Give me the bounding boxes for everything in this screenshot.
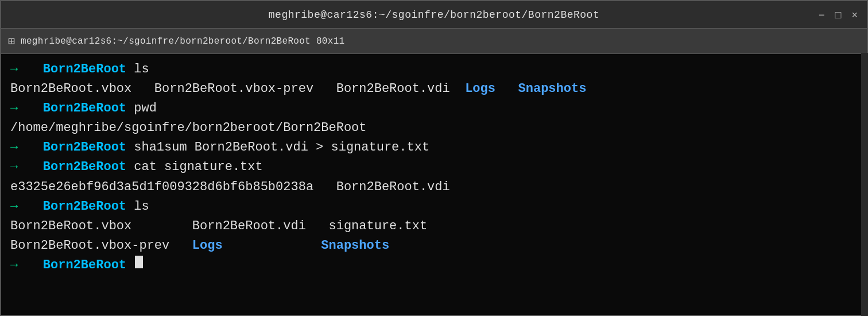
- prompt-arrow: →: [10, 138, 18, 157]
- output-text: Born2BeRoot.vbox Born2BeRoot.vdi signatu…: [10, 217, 427, 236]
- prompt-arrow: →: [10, 197, 18, 217]
- command-text: [126, 256, 134, 275]
- title-bar: meghribe@car12s6:~/sgoinfre/born2beroot/…: [1, 1, 867, 29]
- terminal-line: Born2BeRoot.vbox Born2BeRoot.vbox-prev B…: [10, 79, 858, 99]
- output-text: [495, 79, 518, 99]
- terminal-line: → Born2BeRoot: [10, 256, 858, 275]
- terminal-window: meghribe@car12s6:~/sgoinfre/born2beroot/…: [0, 0, 868, 316]
- snapshots-link: Snapshots: [321, 236, 389, 256]
- logs-link: Logs: [465, 79, 495, 99]
- output-text: Born2BeRoot.vbox Born2BeRoot.vbox-prev B…: [10, 79, 465, 99]
- prompt-spacer: [20, 157, 43, 177]
- prompt-spacer: [20, 138, 43, 157]
- output-text: e3325e26ebf96d3a5d1f009328d6bf6b85b0238a…: [10, 178, 450, 197]
- window-controls: − □ ×: [819, 10, 858, 20]
- terminal-line: → Born2BeRoot cat signature.txt: [10, 157, 858, 177]
- prompt-spacer: [20, 256, 43, 275]
- terminal-line: → Born2BeRoot pwd: [10, 99, 858, 118]
- prompt-arrow: →: [10, 60, 18, 79]
- window-title: meghribe@car12s6:~/sgoinfre/born2beroot/…: [269, 9, 599, 21]
- prompt-dir: Born2BeRoot: [43, 157, 126, 177]
- command-text: sha1sum Born2BeRoot.vdi > signature.txt: [126, 138, 429, 157]
- prompt-arrow: →: [10, 157, 18, 177]
- prompt-dir: Born2BeRoot: [43, 138, 126, 157]
- prompt-spacer: [20, 60, 43, 79]
- tab-title: meghribe@car12s6:~/sgoinfre/born2beroot/…: [21, 36, 344, 47]
- prompt-dir: Born2BeRoot: [43, 197, 126, 217]
- minimize-button[interactable]: −: [819, 10, 825, 20]
- close-button[interactable]: ×: [851, 10, 858, 20]
- prompt-dir: Born2BeRoot: [43, 99, 126, 118]
- terminal-body[interactable]: → Born2BeRoot ls Born2BeRoot.vbox Born2B…: [1, 54, 867, 315]
- prompt-arrow: →: [10, 256, 18, 275]
- maximize-button[interactable]: □: [835, 10, 842, 20]
- prompt-spacer: [20, 197, 43, 217]
- window-frame: meghribe@car12s6:~/sgoinfre/born2beroot/…: [0, 0, 868, 316]
- prompt-dir: Born2BeRoot: [43, 60, 126, 79]
- output-text: Born2BeRoot.vbox-prev: [10, 236, 192, 256]
- terminal-line: e3325e26ebf96d3a5d1f009328d6bf6b85b0238a…: [10, 178, 858, 197]
- logs-link: Logs: [192, 236, 223, 256]
- prompt-spacer: [20, 99, 43, 118]
- tab-bar: ⊞ meghribe@car12s6:~/sgoinfre/born2beroo…: [1, 29, 867, 54]
- terminal-line: Born2BeRoot.vbox-prev Logs Snapshots: [10, 236, 858, 256]
- terminal-tab-icon: ⊞: [8, 34, 15, 48]
- command-text: ls: [126, 197, 149, 217]
- command-text: cat signature.txt: [126, 157, 263, 177]
- scrollbar[interactable]: [861, 53, 868, 316]
- terminal-line: → Born2BeRoot sha1sum Born2BeRoot.vdi > …: [10, 138, 858, 157]
- snapshots-link: Snapshots: [518, 79, 587, 99]
- command-text: pwd: [126, 99, 157, 118]
- prompt-arrow: →: [10, 99, 18, 118]
- terminal-line: /home/meghribe/sgoinfre/born2beroot/Born…: [10, 118, 858, 138]
- terminal-line: → Born2BeRoot ls: [10, 197, 858, 217]
- prompt-dir: Born2BeRoot: [43, 256, 126, 275]
- terminal-line: → Born2BeRoot ls: [10, 60, 858, 79]
- terminal-cursor: [135, 256, 143, 268]
- terminal-line: Born2BeRoot.vbox Born2BeRoot.vdi signatu…: [10, 217, 858, 236]
- output-text: /home/meghribe/sgoinfre/born2beroot/Born…: [10, 118, 367, 138]
- command-text: ls: [126, 60, 149, 79]
- output-text: [223, 236, 321, 256]
